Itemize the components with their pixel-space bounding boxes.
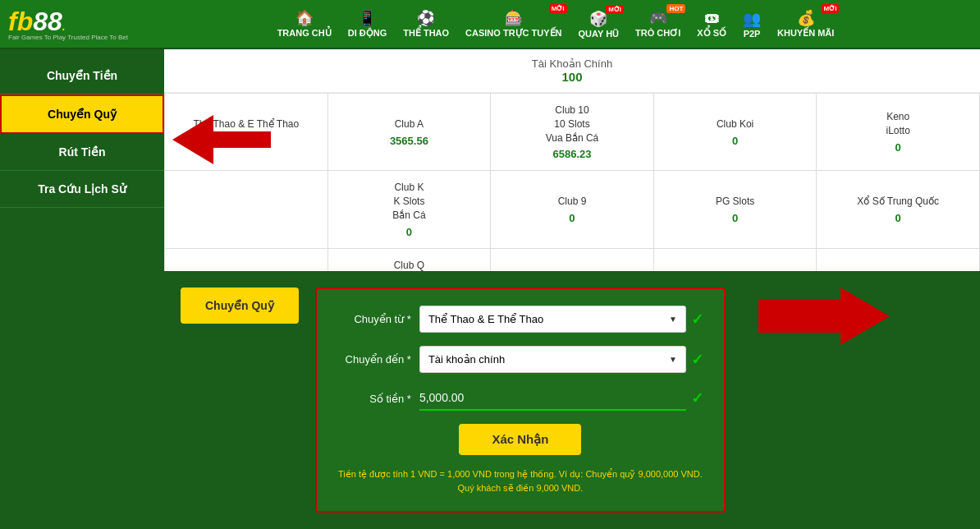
main-balance-value: 100 <box>172 70 972 84</box>
sidebar-item-tra-cuu[interactable]: Tra Cứu Lịch Sử <box>0 171 164 208</box>
wallet-table: Thể Thao & E Thể Thao 9870.30 Club A 356… <box>164 93 980 271</box>
nav-xo-so[interactable]: 🎟 XỔ SỐ <box>690 7 733 42</box>
table-row: Thể Thao & E Thể Thao 9870.30 Club A 356… <box>165 94 980 171</box>
nav-p2p-label: P2P <box>744 29 761 39</box>
wallet-name: Club QQ Slots <box>341 259 479 271</box>
nav-di-dong[interactable]: 📱 DI ĐỘNG <box>341 6 394 42</box>
quayhu-badge: MỚI <box>606 5 624 14</box>
chuyen-tu-label: Chuyển từ * <box>337 313 411 325</box>
xoso-icon: 🎟 <box>704 10 719 27</box>
wallet-value: 0 <box>829 212 967 224</box>
nav-xo-so-label: XỔ SỐ <box>697 28 726 39</box>
logo-tagline: Fair Games To Play Trusted Place To Bet <box>8 34 128 41</box>
wallet-value: 3565.56 <box>341 135 479 147</box>
right-arrow-icon <box>758 288 890 345</box>
so-tien-row: Số tiền * ✓ <box>337 386 703 411</box>
sidebar-item-chuyen-quy[interactable]: Chuyển Quỹ <box>0 94 164 134</box>
nav-tro-choi-label: TRÒ CHƠI <box>635 28 680 39</box>
chuyen-quy-button[interactable]: Chuyển Quỹ <box>181 288 299 324</box>
note-text: Tiền tệ được tính 1 VND = 1,000 VND tron… <box>337 467 703 494</box>
nav-di-dong-label: DI ĐỘNG <box>348 28 387 39</box>
wallet-name: Thể Thao & E Thể Thao <box>177 117 315 131</box>
sidebar-item-chuyen-tien[interactable]: Chuyển Tiền <box>0 58 164 94</box>
wallet-name: Club 1010 SlotsVua Bắn Cá <box>503 104 641 145</box>
wallet-name: Club 9 <box>503 195 641 209</box>
chuyen-tu-value: Thể Thao & E Thể Thao <box>428 313 543 325</box>
logo[interactable]: fb88. Fair Games To Play Trusted Place T… <box>8 7 140 41</box>
sports-icon: ⚽ <box>417 9 435 27</box>
chevron-down-icon-2: ▼ <box>669 355 677 364</box>
nav-trang-chu-label: TRANG CHỦ <box>277 28 332 39</box>
wallet-cell-empty <box>653 248 817 271</box>
trochoi-badge: HOT <box>666 4 685 13</box>
wallet-value: 9870.30 <box>177 135 315 147</box>
chuyen-den-select[interactable]: Tài khoản chính ▼ <box>419 346 686 373</box>
wallet-cell-empty <box>165 171 328 248</box>
mobile-icon: 📱 <box>358 9 376 27</box>
transfer-form: Chuyển từ * Thể Thao & E Thể Thao ▼ ✓ Ch… <box>315 288 726 513</box>
p2p-icon: 👥 <box>743 10 761 28</box>
main-balance-label: Tài Khoản Chính <box>172 58 972 70</box>
wallet-name: Club KK SlotsBắn Cá <box>341 181 479 222</box>
wallet-name: Club A <box>341 117 479 131</box>
wallet-name: Xổ Số Trung Quốc <box>829 195 967 209</box>
sidebar-item-rut-tien[interactable]: Rút Tiền <box>0 134 164 171</box>
nav-the-thao-label: THỂ THAO <box>403 28 449 39</box>
wallet-cell: PG Slots 0 <box>653 171 817 248</box>
wallet-cell: Club 9 0 <box>491 171 654 248</box>
wallet-cell: Poker <box>817 248 980 271</box>
nav-casino-label: CASINO TRỰC TUYẾN <box>465 28 561 39</box>
chuyen-tu-wrap: Thể Thao & E Thể Thao ▼ ✓ <box>419 306 703 333</box>
wallet-cell: Xổ Số Trung Quốc 0 <box>817 171 980 248</box>
nav-quay-hu[interactable]: MỚI 🎲 QUAY HŨ <box>572 7 626 42</box>
check-icon-so-tien: ✓ <box>691 389 703 407</box>
wallet-value: 0 <box>829 141 967 154</box>
wallet-cell: Club KK SlotsBắn Cá 0 <box>327 171 491 248</box>
logo-text: fb88. <box>8 7 128 37</box>
svg-marker-1 <box>758 288 890 345</box>
wallet-name: PG Slots <box>666 195 804 209</box>
quayhu-icon: 🎲 <box>589 10 607 28</box>
wallet-value: 0 <box>666 212 804 224</box>
sidebar: Chuyển Tiền Chuyển Quỹ Rút Tiền Tra Cứu … <box>0 49 164 529</box>
so-tien-input[interactable] <box>419 386 686 411</box>
khuyenmai-badge: MỚI <box>821 4 839 13</box>
header: fb88. Fair Games To Play Trusted Place T… <box>0 0 980 49</box>
wallet-value: 0 <box>503 212 641 224</box>
trochoi-icon: 🎮 <box>649 9 667 27</box>
chuyen-den-wrap: Tài khoản chính ▼ ✓ <box>419 346 703 373</box>
home-icon: 🏠 <box>295 9 314 27</box>
chuyen-tu-select[interactable]: Thể Thao & E Thể Thao ▼ <box>419 306 686 333</box>
wallet-cell-empty <box>165 248 328 271</box>
chevron-down-icon: ▼ <box>669 315 677 324</box>
nav-khuyen-mai[interactable]: MỚI 💰 KHUYẾN MÃI <box>771 6 840 42</box>
nav-p2p[interactable]: 👥 P2P <box>736 7 767 42</box>
chuyen-den-row: Chuyển đến * Tài khoản chính ▼ ✓ <box>337 346 703 373</box>
wallet-cell: Thể Thao & E Thể Thao 9870.30 <box>165 94 328 171</box>
khuyenmai-icon: 💰 <box>797 9 815 27</box>
wallet-cell: KenoiLotto 0 <box>817 94 980 171</box>
chuyen-tu-row: Chuyển từ * Thể Thao & E Thể Thao ▼ ✓ <box>337 306 703 333</box>
right-arrow-container <box>758 288 890 345</box>
main-nav: 🏠 TRANG CHỦ 📱 DI ĐỘNG ⚽ THỂ THAO MỚI 🎰 C… <box>140 6 972 42</box>
nav-the-thao[interactable]: ⚽ THỂ THAO <box>396 6 456 42</box>
wallet-name: Club Koi <box>666 117 804 131</box>
wallet-cell-empty <box>491 248 654 271</box>
chuyen-den-label: Chuyển đến * <box>337 353 411 366</box>
casino-badge: MỚI <box>549 4 567 13</box>
wallet-cell: Club 1010 SlotsVua Bắn Cá 6586.23 <box>491 94 654 171</box>
check-icon-chuyen-den: ✓ <box>691 351 703 369</box>
so-tien-label: Số tiền * <box>337 393 411 405</box>
balance-content: Tài Khoản Chính 100 Thể Thao & E Thể Tha… <box>164 49 980 271</box>
main-balance: Tài Khoản Chính 100 <box>164 49 980 93</box>
nav-casino[interactable]: MỚI 🎰 CASINO TRỰC TUYẾN <box>459 6 568 42</box>
confirm-button[interactable]: Xác Nhận <box>459 424 581 455</box>
nav-quay-hu-label: QUAY HŨ <box>579 29 620 39</box>
main-layout: Chuyển Tiền Chuyển Quỹ Rút Tiền Tra Cứu … <box>0 49 980 529</box>
wallet-cell: Club A 3565.56 <box>327 94 491 171</box>
check-icon-chuyen-tu: ✓ <box>691 310 703 329</box>
nav-trang-chu[interactable]: 🏠 TRANG CHỦ <box>271 6 338 42</box>
table-row: Club QQ Slots 0 Poker <box>165 248 980 271</box>
nav-tro-choi[interactable]: HOT 🎮 TRÒ CHƠI <box>629 6 687 42</box>
chuyen-den-value: Tài khoản chính <box>428 353 505 366</box>
